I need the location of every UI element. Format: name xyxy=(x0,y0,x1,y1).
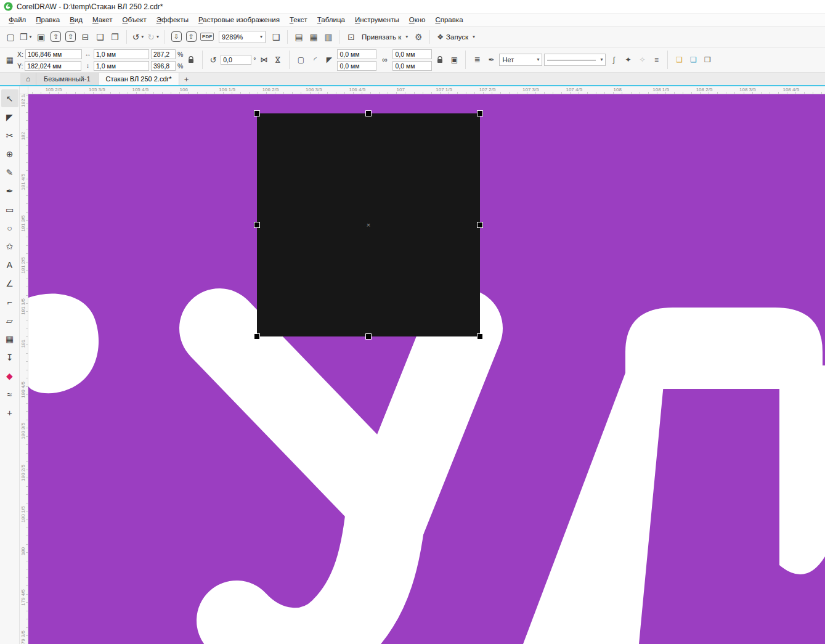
ellipse-tool[interactable]: ○ xyxy=(1,219,18,237)
menu-item-text[interactable]: Текст xyxy=(285,15,312,25)
link-corners-button[interactable]: ∞ xyxy=(378,54,391,66)
menu-item-edit[interactable]: Правка xyxy=(31,15,65,25)
save-button[interactable]: ▣ xyxy=(35,30,48,44)
text-options-button[interactable]: ≡ xyxy=(650,54,662,66)
corner-radius-bl-input[interactable]: 0,0 мм xyxy=(337,61,376,71)
selection-handle[interactable] xyxy=(366,111,372,116)
paste-button[interactable]: ❐ xyxy=(108,30,122,44)
cloud-open-button[interactable]: ⇧ xyxy=(64,30,78,44)
object-styles-button[interactable]: ❏ xyxy=(673,54,685,66)
snap-icon-button[interactable]: ⊡ xyxy=(344,30,358,44)
connector-tool[interactable]: ⌐ xyxy=(1,293,18,311)
menu-item-window[interactable]: Окно xyxy=(404,15,431,25)
artistic-media-tool[interactable]: ✒ xyxy=(1,182,18,200)
object-width-input[interactable]: 1,0 мм xyxy=(94,49,149,59)
envelope-tool[interactable]: ▱ xyxy=(1,311,18,329)
menu-item-bitmaps[interactable]: Растровые изображения xyxy=(193,15,285,25)
full-screen-preview-button[interactable]: ❑ xyxy=(269,30,283,44)
smear-tool[interactable]: ≈ xyxy=(1,385,18,403)
corner-radius-br-input[interactable]: 0,0 мм xyxy=(392,61,432,71)
export-button[interactable]: ⇧ xyxy=(184,30,198,44)
line-style-select[interactable]: ▾ xyxy=(544,54,606,66)
more-options-button[interactable]: ❒ xyxy=(701,54,713,66)
welcome-screen-tab[interactable]: ⌂ xyxy=(20,73,36,85)
round-corner-button[interactable]: ▢ xyxy=(295,54,307,66)
publish-pdf-button[interactable]: PDF xyxy=(199,30,215,44)
horizontal-ruler[interactable]: 105 2/5105 3/5105 4/5106106 1/5106 2/510… xyxy=(28,86,825,94)
mirror-horizontal-button[interactable]: ⋈ xyxy=(258,54,270,66)
wrap-text-button[interactable]: ≣ xyxy=(471,54,483,66)
crop-tool[interactable]: ✂ xyxy=(1,126,18,144)
open-button[interactable]: ❒▾ xyxy=(18,30,33,44)
drawing-canvas[interactable]: × xyxy=(28,94,825,644)
menu-item-object[interactable]: Объект xyxy=(118,15,152,25)
menu-item-layout[interactable]: Макет xyxy=(87,15,118,25)
quick-customize-button[interactable]: ✦ xyxy=(622,54,634,66)
selection-handle[interactable] xyxy=(478,334,483,340)
corner-radius-tr-input[interactable]: 0,0 мм xyxy=(392,49,432,59)
y-position-input[interactable]: 182,024 мм xyxy=(25,61,81,71)
shape-tool[interactable]: ◤ xyxy=(1,108,18,126)
zoom-level-select[interactable]: 9289%▾ xyxy=(219,31,266,43)
cloud-upload-button[interactable]: ⇧ xyxy=(49,30,63,44)
redo-button[interactable]: ↻▾ xyxy=(146,30,160,44)
import-button[interactable]: ⇩ xyxy=(169,30,183,44)
add-tools-button[interactable]: + xyxy=(1,404,18,422)
interactive-fill-tool[interactable]: ◆ xyxy=(1,367,18,385)
show-guidelines-button[interactable]: ▥ xyxy=(322,30,335,44)
application-launcher-select[interactable]: ❖Запуск▾ xyxy=(434,33,478,41)
selection-handle[interactable] xyxy=(478,111,483,116)
menu-item-table[interactable]: Таблица xyxy=(312,15,350,25)
scale-vertical-input[interactable]: 396,8 xyxy=(151,61,176,71)
chamfered-corner-button[interactable]: ◤ xyxy=(323,54,335,66)
layers-button[interactable]: ❏ xyxy=(687,54,699,66)
menu-item-view[interactable]: Вид xyxy=(65,15,87,25)
new-document-button[interactable]: ▢ xyxy=(4,30,17,44)
selection-handle[interactable] xyxy=(478,222,483,228)
menu-item-help[interactable]: Справка xyxy=(430,15,468,25)
mesh-fill-tool[interactable]: ▦ xyxy=(1,330,18,348)
relative-corner-scaling-button[interactable]: ▣ xyxy=(448,54,460,66)
pick-tool[interactable]: ↖ xyxy=(1,89,18,107)
menu-item-tools[interactable]: Инструменты xyxy=(350,15,404,25)
rectangle-tool[interactable]: ▭ xyxy=(1,200,18,218)
document-tab-1[interactable]: Безымянный-1 xyxy=(36,73,99,85)
selection-handle[interactable] xyxy=(254,111,260,116)
document-tab-2[interactable]: Стакан ВЛ 250 2.cdr* xyxy=(99,73,180,85)
new-tab-button[interactable]: + xyxy=(179,73,193,85)
center-marker[interactable]: × xyxy=(367,221,370,229)
menu-item-file[interactable]: Файл xyxy=(4,15,31,25)
selection-handle[interactable] xyxy=(366,334,372,340)
outline-pen-button[interactable]: ✒ xyxy=(485,54,497,66)
selection-handle[interactable] xyxy=(254,222,260,228)
undo-button[interactable]: ↺▾ xyxy=(131,30,145,44)
polygon-tool[interactable]: ✩ xyxy=(1,237,18,255)
zoom-tool[interactable]: ⊕ xyxy=(1,145,18,163)
text-tool[interactable]: А xyxy=(1,256,18,274)
vertical-ruler[interactable]: 182 1/5182181 4/5181 3/5181 2/5181 1/518… xyxy=(20,94,28,644)
show-rulers-button[interactable]: ▤ xyxy=(292,30,306,44)
smear-brush-button[interactable]: ∫ xyxy=(608,54,620,66)
menu-item-effects[interactable]: Эффекты xyxy=(152,15,193,25)
lock-ratio-button[interactable] xyxy=(185,54,197,66)
dimension-tool[interactable]: ∠ xyxy=(1,274,18,292)
scalloped-corner-button[interactable]: ◜ xyxy=(309,54,321,66)
scale-horizontal-input[interactable]: 287,2 xyxy=(151,49,176,59)
show-grid-button[interactable]: ▦ xyxy=(307,30,320,44)
x-position-input[interactable]: 106,846 мм xyxy=(25,49,82,59)
options-button[interactable]: ⚙ xyxy=(412,30,425,44)
corner-radius-tl-input[interactable]: 0,0 мм xyxy=(337,49,376,59)
snap-to-select[interactable]: Привязать к▾ xyxy=(359,33,410,41)
rotation-angle-input[interactable]: 0,0 xyxy=(221,55,251,65)
mirror-vertical-button[interactable]: ⋈ xyxy=(272,54,284,66)
outline-width-select[interactable]: Нет ▾ xyxy=(499,54,542,66)
object-height-input[interactable]: 1,0 мм xyxy=(94,61,149,71)
eyedropper-tool[interactable]: ↧ xyxy=(1,348,18,366)
freehand-tool[interactable]: ✎ xyxy=(1,163,18,181)
ruler-corner[interactable] xyxy=(20,86,28,94)
effects-button[interactable]: ✧ xyxy=(636,54,648,66)
print-button[interactable]: ⊟ xyxy=(79,30,92,44)
selection-handle[interactable] xyxy=(254,334,260,340)
copy-button[interactable]: ❏ xyxy=(94,30,107,44)
lock-corners-button[interactable] xyxy=(434,54,446,66)
